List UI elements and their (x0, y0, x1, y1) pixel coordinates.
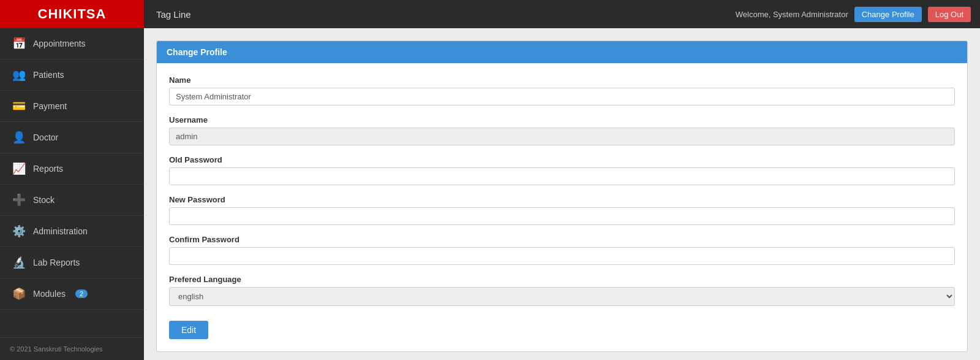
name-group: Name (169, 75, 955, 105)
new-password-input[interactable] (169, 207, 955, 225)
confirm-password-input[interactable] (169, 247, 955, 265)
sidebar-item-payment[interactable]: 💳 Payment (0, 91, 144, 122)
brand-text: CHIKITSA (38, 6, 107, 22)
new-password-label: New Password (169, 195, 955, 204)
header-actions: Welcome, System Administrator Change Pro… (736, 7, 980, 22)
tagline: Tag Line (144, 9, 736, 20)
payment-icon: 💳 (12, 99, 26, 113)
sidebar-label-patients: Patients (33, 70, 64, 80)
sidebar-label-modules: Modules (33, 289, 66, 299)
modules-badge: 2 (75, 289, 88, 298)
sidebar-footer: © 2021 Sanskruti Technologies (0, 337, 144, 360)
old-password-label: Old Password (169, 155, 955, 164)
sidebar-item-appointments[interactable]: 📅 Appointments (0, 28, 144, 59)
sidebar-item-modules[interactable]: 📦 Modules 2 (0, 278, 144, 310)
sidebar: 📅 Appointments 👥 Patients 💳 Payment 👤 Do… (0, 28, 144, 360)
change-profile-card: Change Profile Name Username Old Passwor… (156, 40, 968, 352)
card-header: Change Profile (157, 41, 967, 63)
sidebar-label-payment: Payment (33, 101, 67, 111)
sidebar-item-reports[interactable]: 📈 Reports (0, 153, 144, 185)
patients-icon: 👥 (12, 68, 26, 82)
sidebar-label-reports: Reports (33, 164, 63, 174)
sidebar-label-stock: Stock (33, 195, 55, 205)
sidebar-item-lab-reports[interactable]: 🔬 Lab Reports (0, 247, 144, 278)
card-body: Name Username Old Password New Password … (157, 63, 967, 351)
modules-icon: 📦 (12, 287, 26, 301)
preferred-language-label: Prefered Language (169, 275, 955, 284)
change-profile-button[interactable]: Change Profile (854, 7, 922, 22)
main-layout: 📅 Appointments 👥 Patients 💳 Payment 👤 Do… (0, 28, 980, 360)
logout-button[interactable]: Log Out (928, 7, 971, 22)
doctor-icon: 👤 (12, 131, 26, 144)
confirm-password-label: Confirm Password (169, 235, 955, 244)
old-password-input[interactable] (169, 167, 955, 185)
sidebar-item-stock[interactable]: ➕ Stock (0, 185, 144, 216)
admin-icon: ⚙️ (12, 224, 26, 238)
edit-button[interactable]: Edit (169, 321, 208, 339)
username-group: Username (169, 115, 955, 145)
stock-icon: ➕ (12, 193, 26, 207)
sidebar-label-appointments: Appointments (33, 39, 86, 48)
sidebar-item-administration[interactable]: ⚙️ Administration (0, 216, 144, 247)
sidebar-item-patients[interactable]: 👥 Patients (0, 59, 144, 91)
sidebar-label-lab-reports: Lab Reports (33, 258, 80, 267)
name-label: Name (169, 75, 955, 85)
new-password-group: New Password (169, 195, 955, 225)
sidebar-item-doctor[interactable]: 👤 Doctor (0, 122, 144, 153)
brand-logo: CHIKITSA (0, 0, 144, 28)
preferred-language-select[interactable]: english (169, 287, 955, 306)
username-input (169, 128, 955, 145)
preferred-language-group: Prefered Language english (169, 275, 955, 306)
top-header: CHIKITSA Tag Line Welcome, System Admini… (0, 0, 980, 28)
old-password-group: Old Password (169, 155, 955, 185)
confirm-password-group: Confirm Password (169, 235, 955, 265)
name-input[interactable] (169, 88, 955, 105)
sidebar-label-doctor: Doctor (33, 132, 58, 142)
welcome-text: Welcome, System Administrator (736, 10, 848, 19)
username-label: Username (169, 115, 955, 124)
main-content: Change Profile Name Username Old Passwor… (144, 28, 980, 360)
lab-icon: 🔬 (12, 256, 26, 269)
calendar-icon: 📅 (12, 37, 26, 50)
reports-icon: 📈 (12, 162, 26, 175)
sidebar-label-administration: Administration (33, 226, 88, 236)
